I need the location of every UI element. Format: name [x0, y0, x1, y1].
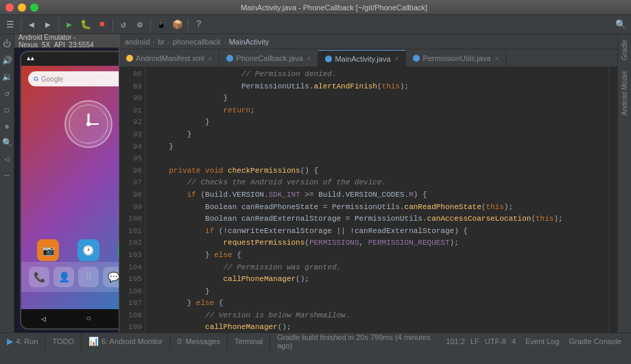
right-status-tabs: Event Log Gradle Console — [521, 337, 626, 345]
toolbar-separator — [21, 19, 21, 31]
tab-close-phonecallback[interactable]: × — [307, 55, 311, 62]
toolbar-separator-5 — [188, 19, 189, 31]
encoding[interactable]: UTF-8 — [485, 337, 506, 345]
toolbar-separator-4 — [150, 19, 151, 31]
line-numbers: 8889909192 9394959697 9899100101102 1031… — [119, 67, 145, 332]
menu-button[interactable]: ☰ — [3, 17, 18, 32]
statusbar: ▶ 4: Run TODO 📊 6: Android Monitor 0: Me… — [0, 332, 631, 349]
rotate-icon[interactable]: ↺ — [0, 86, 14, 100]
back-nav-icon[interactable]: ◁ — [0, 152, 14, 166]
android-status-bar: ▲▲ 10:40 — [21, 52, 119, 66]
app-icon-clock[interactable]: 🕐 — [78, 239, 99, 261]
power-icon[interactable]: ⏻ — [0, 37, 14, 51]
tab-close-mainactivity[interactable]: × — [395, 55, 399, 62]
back-button[interactable]: ◀ — [24, 17, 39, 32]
event-log-tab[interactable]: Event Log — [521, 337, 564, 345]
volume-down-icon[interactable]: 🔉 — [0, 70, 14, 84]
editor-area: android › br › phonecallback › MainActiv… — [119, 34, 617, 332]
code-text[interactable]: // Permission denied. PermissionUtils.al… — [145, 67, 609, 332]
tab-phonecallback[interactable]: PhoneCallback.java × — [219, 50, 318, 66]
right-tab-gradle[interactable]: Gradle — [618, 34, 631, 66]
java-icon-1 — [226, 55, 233, 62]
file-tabs: AndroidManifest.xml × PhoneCallback.java… — [119, 49, 617, 67]
tab-androidmanifest[interactable]: AndroidManifest.xml × — [119, 50, 220, 66]
breadcrumb-android: android — [125, 38, 150, 46]
indent-size[interactable]: 4 — [512, 337, 516, 345]
dock-contacts[interactable]: 👤 — [53, 267, 74, 287]
messages-label: 0: Messages — [177, 337, 219, 345]
nav-home[interactable]: ○ — [86, 314, 91, 324]
emulator-screen: ▲▲ 10:40 G Google — [14, 48, 119, 332]
run-button[interactable]: ▶ — [62, 17, 77, 32]
forward-button[interactable]: ▶ — [40, 17, 56, 32]
line-separator[interactable]: LF — [471, 337, 479, 345]
statusbar-left: ▶ 4: Run TODO 📊 6: Android Monitor 0: Me… — [0, 333, 440, 350]
more-icon[interactable]: ⋯ — [0, 169, 14, 182]
todo-tab[interactable]: TODO — [45, 333, 82, 350]
cursor-position[interactable]: 101:2 — [446, 337, 465, 345]
tab-mainactivity[interactable]: MainActivity.java × — [318, 50, 406, 66]
tab-label-mainactivity: MainActivity.java — [335, 55, 390, 63]
dock-phone[interactable]: 📞 — [29, 267, 49, 287]
run-tab[interactable]: ▶ 4: Run — [0, 333, 45, 350]
stop-button[interactable]: ■ — [95, 17, 110, 32]
emulator-title: Android Emulator - Nexus_5X_API_23:5554 — [19, 34, 115, 49]
sync-button[interactable]: ↺ — [116, 17, 131, 32]
nav-back[interactable]: ◁ — [41, 314, 46, 324]
java-icon-2 — [325, 56, 332, 62]
breadcrumb-mainactivity: MainActivity — [229, 38, 270, 46]
tab-close-permissionutils[interactable]: × — [495, 55, 499, 62]
toolbar-separator-3 — [112, 19, 113, 31]
volume-icon[interactable]: 🔊 — [0, 53, 14, 67]
android-nav-bar: ◁ ○ □ — [21, 309, 119, 328]
run-icon: ▶ — [7, 337, 13, 346]
messages-tab[interactable]: 0: Messages — [170, 333, 227, 350]
java-icon-3 — [413, 55, 420, 62]
tab-label-phonecallback: PhoneCallback.java — [236, 54, 302, 62]
dock-messages[interactable]: 💬 — [103, 267, 119, 287]
statusbar-right: 101:2 LF UTF-8 4 Event Log Gradle Consol… — [440, 337, 631, 345]
android-dock: 📞 👤 ⠿ 💬 🌐 — [21, 262, 119, 292]
search-everywhere-button[interactable]: 🔍 — [613, 17, 628, 32]
tab-permissionutils[interactable]: PermissionUtils.java × — [406, 50, 506, 66]
tab-label-permissionutils: PermissionUtils.java — [422, 54, 490, 62]
debug-button[interactable]: 🐛 — [78, 17, 93, 32]
todo-label: TODO — [52, 337, 74, 345]
emulator-pane: Android Emulator - Nexus_5X_API_23:5554 … — [14, 34, 119, 332]
android-search-bar[interactable]: G Google — [28, 71, 119, 86]
tab-label-manifest: AndroidManifest.xml — [136, 54, 204, 62]
minimize-button[interactable] — [18, 3, 26, 12]
location-icon[interactable]: ◈ — [0, 119, 14, 133]
build-button[interactable]: ⚙ — [132, 17, 147, 32]
titlebar: MainActivity.java - PhoneCallback [~/git… — [0, 0, 631, 15]
code-editor[interactable]: 8889909192 9394959697 9899100101102 1031… — [119, 67, 617, 332]
breadcrumb-phonecallback: phonecallback — [173, 38, 221, 46]
main-toolbar: ☰ ◀ ▶ ▶ 🐛 ■ ↺ ⚙ 📱 📦 ? 🔍 — [0, 15, 631, 34]
maximize-button[interactable] — [30, 3, 38, 12]
android-monitor-label: 6: Android Monitor — [102, 337, 163, 345]
help-button[interactable]: ? — [191, 17, 206, 32]
sdk-button[interactable]: 📦 — [170, 17, 185, 32]
android-signal-icons: ▲▲ — [27, 56, 34, 62]
android-monitor-tab[interactable]: 📊 6: Android Monitor — [82, 333, 170, 350]
tab-close-manifest[interactable]: × — [209, 55, 213, 62]
app-icon-email[interactable]: 📧 — [118, 239, 119, 261]
build-message: Gradle build finished in 20s 799ms (4 mi… — [270, 333, 440, 350]
right-sidebar: Gradle Android Model — [617, 34, 631, 332]
breadcrumb: android › br › phonecallback › MainActiv… — [119, 34, 617, 49]
app-icons-row: 📷 🕐 📧 — [21, 239, 119, 261]
screenshot-icon[interactable]: ◻ — [0, 103, 14, 117]
emulator-titlebar: Android Emulator - Nexus_5X_API_23:5554 — [14, 34, 119, 48]
avd-button[interactable]: 📱 — [154, 17, 169, 32]
close-button[interactable] — [5, 3, 14, 12]
dock-apps[interactable]: ⠿ — [78, 267, 99, 287]
gradle-console-tab[interactable]: Gradle Console — [565, 337, 626, 345]
zoom-icon[interactable]: 🔍 — [0, 136, 14, 149]
android-phone: ▲▲ 10:40 G Google — [20, 51, 119, 330]
right-tab-android-model[interactable]: Android Model — [618, 66, 631, 121]
android-screen[interactable]: G Google 📷 — [21, 66, 119, 309]
app-icon-camera[interactable]: 📷 — [37, 239, 59, 261]
terminal-tab[interactable]: Terminal — [228, 333, 271, 350]
window-title: MainActivity.java - PhoneCallback [~/git… — [43, 3, 626, 12]
clock-face — [68, 104, 109, 145]
